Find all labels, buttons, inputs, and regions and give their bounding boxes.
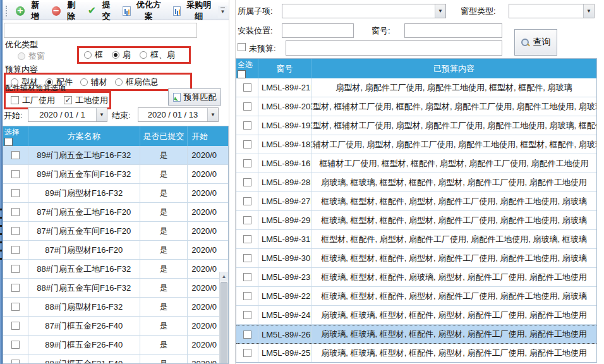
install-position-input[interactable] [282, 23, 354, 38]
row-checkbox[interactable] [11, 151, 20, 159]
no-budget-checkbox[interactable] [238, 43, 246, 51]
select-all-checkbox[interactable] [238, 70, 246, 78]
row-checkbox[interactable] [243, 273, 251, 281]
window-no-cell: LM5L-89#-28F26 [258, 173, 311, 191]
row-checkbox[interactable] [243, 311, 251, 319]
radio-option-whole-window[interactable]: 整窗 [18, 51, 45, 62]
submitted-column-header[interactable]: 是否已提交 [140, 126, 188, 146]
row-checkbox[interactable] [243, 349, 251, 357]
table-row[interactable]: 87#门扇型材F16-F20 是 2020/0 [3, 241, 228, 260]
radio-option-auxiliary[interactable]: 辅材 [80, 76, 107, 88]
table-row[interactable]: 89#门扇型材F16-F32 是 2020/0 [3, 184, 228, 203]
row-checkbox[interactable] [243, 159, 251, 167]
table-row[interactable]: LM5L-89#-22F20 框玻璃, 框型材, 框配件, 扇型材, 扇配件工厂… [236, 287, 596, 306]
window-number-input[interactable] [404, 23, 502, 38]
optimize-plan-button[interactable]: 优化方案 [118, 0, 169, 23]
panel-splitter[interactable] [229, 0, 236, 364]
start-date-picker[interactable]: 2020 / 01 / 1 ▼ [28, 107, 107, 122]
table-row[interactable]: LM5L-89#-19F17 框型材, 框辅材工厂使用, 扇型材, 扇配件工厂使… [236, 116, 596, 135]
plan-name-column-header[interactable]: 方案名称 [28, 126, 140, 146]
row-checkbox[interactable] [11, 303, 20, 311]
chevron-down-icon[interactable]: ▼ [207, 108, 218, 121]
window-type-combo[interactable]: ▼ [509, 4, 595, 18]
sub-item-combo[interactable]: ▼ [282, 4, 446, 18]
chevron-down-icon[interactable]: ▼ [96, 108, 107, 121]
radio-option-frame[interactable]: 框 [84, 49, 103, 61]
row-checkbox[interactable] [243, 292, 251, 300]
row-checkbox[interactable] [243, 102, 251, 111]
splitter-grip-dashes[interactable] [0, 209, 2, 265]
row-checkbox[interactable] [243, 178, 251, 186]
chevron-down-icon[interactable]: ▼ [435, 4, 445, 18]
budget-match-button[interactable]: 预算匹配 [168, 88, 221, 106]
row-checkbox[interactable] [243, 331, 251, 339]
plan-table-scrollbar[interactable]: ▲ [219, 272, 228, 364]
row-checkbox[interactable] [11, 265, 20, 273]
radio-option-frame-sash-info[interactable]: 框扇信息 [115, 76, 159, 88]
row-checkbox[interactable] [11, 208, 20, 216]
select-all-checkbox[interactable] [4, 138, 13, 146]
add-button[interactable]: + 新增 [11, 0, 47, 23]
radio-option-sash[interactable]: 扇 [112, 49, 131, 61]
table-row[interactable]: LM5L-89#-30F28 框玻璃, 框型材, 框配件, 扇型材, 扇配件工厂… [236, 249, 596, 268]
table-row[interactable]: 89#门扇五金工地F16-F32 是 2020/0 [3, 146, 228, 165]
row-select-cell [236, 268, 258, 286]
end-date-picker[interactable]: 2020 / 01 / 13 ▼ [138, 107, 219, 122]
table-row[interactable]: 89#门框五金F26-F40 是 2020/0 [3, 336, 228, 355]
delete-button[interactable]: − 删除 [47, 0, 83, 23]
table-row[interactable]: 88#门扇五金车间F16-F32 是 2020/0 [3, 279, 228, 298]
table-row[interactable]: LM5L-89#-27F25 框玻璃, 框型材, 框配件, 扇型材, 扇配件工厂… [236, 192, 596, 211]
row-checkbox[interactable] [243, 140, 251, 149]
table-row[interactable]: LM5L-89#-23F21 框玻璃, 框型材, 框配件, 扇玻璃, 扇型材, … [236, 268, 596, 287]
table-row[interactable]: LM5L-89#-25F23 扇玻璃, 框玻璃, 框型材, 框配件, 扇型材, … [236, 344, 596, 363]
table-row[interactable]: 88#门扇五金工地F16-F32 是 2020/0 [3, 260, 228, 279]
table-row[interactable]: LM5L-89#-20F18 框型材, 框辅材工厂使用, 框配件, 扇型材, 扇… [236, 97, 596, 116]
table-row[interactable]: 87#门框五金F26-F40 是 2020/0 [3, 317, 228, 336]
row-checkbox[interactable] [11, 189, 20, 197]
table-row[interactable]: 87#门扇五金车间F16-F20 是 2020/0 [3, 222, 228, 241]
row-checkbox[interactable] [243, 83, 251, 92]
table-row[interactable]: LM5L-89#-18F16 框辅材工厂使用, 扇型材, 扇配件工厂使用, 扇配… [236, 135, 596, 154]
submit-button[interactable]: ✔ 提交 [83, 0, 118, 23]
row-checkbox[interactable] [11, 360, 20, 364]
row-checkbox[interactable] [243, 235, 251, 243]
row-checkbox[interactable] [243, 121, 251, 130]
row-checkbox[interactable] [11, 170, 20, 178]
row-checkbox[interactable] [243, 254, 251, 262]
table-row[interactable]: 88#门框五金F21-F40 是 2020/0 [3, 355, 228, 364]
table-row[interactable]: LM5L-89#-16F15 框辅材工厂使用, 框型材, 框配件, 扇型材, 扇… [236, 154, 596, 173]
row-select-cell [3, 146, 28, 164]
document-chart-icon [123, 6, 130, 16]
table-row[interactable]: 88#门扇型材F16-F32 是 2020/0 [3, 298, 228, 317]
toolbar-overflow-button[interactable]: ▼ [218, 6, 227, 18]
table-row[interactable]: 89#门扇五金车间F16-F32 是 2020/0 [3, 165, 228, 184]
row-checkbox[interactable] [11, 284, 20, 292]
budgeted-content-cell: 框型材, 框辅材工厂使用, 框配件, 扇型材, 扇配件工厂使用, 扇配件工地使用… [311, 97, 596, 116]
row-checkbox[interactable] [243, 216, 251, 224]
table-row[interactable]: LM5L-89#-28F26 扇玻璃, 框玻璃, 框型材, 框配件, 扇型材, … [236, 173, 596, 192]
table-row[interactable]: LM5L-89#-24F22 扇玻璃, 框玻璃, 框型材, 框配件, 扇型材, … [236, 306, 596, 325]
window-no-column-header[interactable]: 窗号 [258, 59, 311, 78]
row-checkbox[interactable] [11, 227, 20, 235]
scrollbar-thumb[interactable] [220, 282, 227, 364]
row-checkbox[interactable] [11, 322, 20, 330]
checkbox-option-factory-use[interactable]: 工厂使用 [11, 95, 55, 106]
chevron-down-icon[interactable]: ▼ [583, 4, 594, 18]
start-column-header[interactable]: 开始 [188, 126, 228, 146]
table-row[interactable]: LM5L-89#-29F27 框玻璃, 框型材, 框配件, 扇型材, 扇配件工厂… [236, 211, 596, 230]
table-row[interactable]: 87#门扇五金工地F16-F20 是 2020/0 [3, 203, 228, 222]
checkbox-option-site-use[interactable]: 工地使用 [64, 95, 108, 106]
toolbar-grip[interactable] [6, 6, 8, 16]
query-button[interactable]: 查询 [514, 29, 557, 56]
no-budget-input[interactable] [286, 40, 502, 56]
scroll-up-arrow[interactable]: ▲ [220, 272, 228, 281]
row-checkbox[interactable] [11, 341, 20, 349]
plan-filter-input[interactable] [4, 23, 197, 38]
row-checkbox[interactable] [243, 197, 251, 205]
budgeted-column-header[interactable]: 已预算内容 [311, 59, 596, 78]
table-row[interactable]: LM5L-89#-21F19 扇型材, 扇配件工厂使用, 扇配件工地使用, 框型… [236, 78, 596, 97]
table-row[interactable]: LM5L-89#-31F29 框型材, 框配件, 扇型材, 扇配件工厂使用, 扇… [236, 230, 596, 249]
radio-option-frame-sash[interactable]: 框、扇 [140, 49, 175, 61]
row-checkbox[interactable] [11, 246, 20, 254]
table-row[interactable]: LM5L-89#-26F24 扇玻璃, 框玻璃, 框型材, 框配件, 扇型材, … [236, 325, 596, 344]
